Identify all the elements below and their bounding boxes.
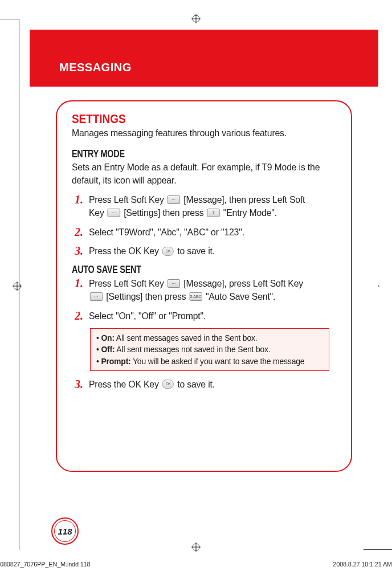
subsection-desc-entry-mode: Sets an Entry Mode as a default. For exa… <box>72 161 337 187</box>
page-number: 118 <box>54 520 76 542</box>
text: [Message], press Left Soft Key <box>181 278 303 289</box>
step-text: Select "T9Word", "Abc", "ABC" or "123". <box>89 226 319 239</box>
text: Press Left Soft Key <box>89 278 166 289</box>
text: Press Left Soft Key <box>89 194 166 205</box>
footer-filename: 080827_7076PP_EN_M.indd 118 <box>0 561 91 568</box>
page: MESSAGING SETTINGS Manages messaging fea… <box>30 30 378 535</box>
soft-key-icon: ⋯ <box>168 279 180 288</box>
list-item: 2 Select "T9Word", "Abc", "ABC" or "123"… <box>72 226 336 239</box>
text: to save it. <box>175 379 215 390</box>
step-number: 1 <box>72 277 83 290</box>
key-2-icon: 2 ABC <box>190 292 202 301</box>
label: Prompt: <box>101 356 130 366</box>
page-title: MESSAGING <box>59 61 132 74</box>
section-title-settings: SETTINGS <box>72 112 299 127</box>
step-text: Press Left Soft Key ⋯ [Message], then pr… <box>89 193 319 220</box>
subsection-title-auto-save: AUTO SAVE SENT <box>72 264 283 276</box>
step-number: 1 <box>72 193 83 206</box>
step-number: 3 <box>72 378 83 391</box>
registration-mark-icon <box>191 14 201 23</box>
text: Press the OK Key <box>89 379 161 390</box>
ok-key-icon: OK <box>162 380 174 389</box>
step-number: 2 <box>72 226 83 239</box>
text: [Settings] then press <box>121 207 206 218</box>
soft-key-icon: ⋯ <box>90 292 103 301</box>
note-line: • On: All sent messages saved in the Sen… <box>96 332 324 344</box>
note-line: • Off: All sent messages not saved in th… <box>96 344 324 355</box>
list-item: 3 Press the OK Key OK to save it. <box>72 244 336 258</box>
list-item: 1 Press Left Soft Key ⋯ [Message], press… <box>72 277 336 304</box>
step-text: Press the OK Key OK to save it. <box>89 378 319 391</box>
text: [Settings] then press <box>104 291 189 302</box>
text: "Auto Save Sent". <box>203 291 276 302</box>
soft-key-icon: ⋯ <box>168 195 180 204</box>
key-1-icon: 1 <box>207 209 219 217</box>
step-text: Select "On", "Off" or "Prompt". <box>89 309 319 323</box>
section-desc-settings: Manages messaging features through vario… <box>72 128 318 139</box>
ok-key-icon: OK <box>162 247 174 256</box>
step-text: Press the OK Key OK to save it. <box>89 244 319 258</box>
text: All sent messages not saved in the Sent … <box>115 344 270 354</box>
soft-key-icon: ⋯ <box>108 209 120 217</box>
subsection-title-entry-mode: ENTRY MODE <box>72 148 283 160</box>
text: You will be asked if you want to save th… <box>131 356 305 366</box>
text: All sent messages saved in the Sent box. <box>115 333 258 342</box>
note-box: • On: All sent messages saved in the Sen… <box>90 328 329 371</box>
step-number: 3 <box>72 244 83 258</box>
footer-timestamp: 2008.8.27 10:1:21 AM <box>333 561 392 568</box>
registration-mark-icon <box>191 543 201 552</box>
content-box: SETTINGS Manages messaging features thro… <box>56 100 352 472</box>
step-number: 2 <box>72 309 83 323</box>
text: "Entry Mode". <box>221 207 277 218</box>
page-number-badge: 118 <box>51 517 79 545</box>
list-item: 1 Press Left Soft Key ⋯ [Message], then … <box>72 193 336 220</box>
list-item: 2 Select "On", "Off" or "Prompt". <box>72 309 336 323</box>
text: to save it. <box>175 246 215 256</box>
registration-mark-icon <box>13 282 22 291</box>
label: Off: <box>101 344 115 354</box>
crop-mark <box>364 549 392 550</box>
header-band: MESSAGING <box>30 30 378 87</box>
list-item: 3 Press the OK Key OK to save it. <box>72 378 336 391</box>
text: Press the OK Key <box>89 246 161 256</box>
crop-mark <box>0 19 19 19</box>
note-line: • Prompt: You will be asked if you want … <box>96 356 324 367</box>
label: On: <box>101 333 114 342</box>
step-text: Press Left Soft Key ⋯ [Message], press L… <box>89 277 319 304</box>
